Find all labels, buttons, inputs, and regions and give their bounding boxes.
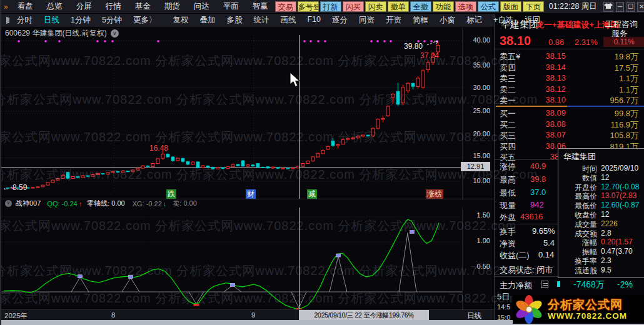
menu-item-8[interactable]: 智赢 <box>246 1 275 12</box>
order-level-label: 买三 <box>500 130 516 141</box>
toolbar-tool-0[interactable]: 复权 <box>167 15 194 26</box>
event-tag-rank[interactable]: 涨榜 <box>426 189 443 199</box>
info-value: 37.0 <box>530 188 546 197</box>
quick-button-5[interactable]: 撤单 <box>388 1 409 12</box>
maximize-button[interactable]: ☐ <box>626 2 635 12</box>
time-row-1: 14:5 <box>497 303 510 311</box>
order-book-row-ask[interactable]: 卖五¥38.1519.8万 <box>495 51 644 61</box>
event-tag-down[interactable]: 跌 <box>166 189 176 199</box>
info-label: 外盘 <box>500 212 516 223</box>
toolbar-view-0[interactable]: 分时 <box>11 15 38 26</box>
tooltip-value: 12 <box>601 210 609 219</box>
period-button[interactable]: 日线 <box>467 311 481 321</box>
event-tag-reduce[interactable]: 减 <box>307 189 317 199</box>
quick-button-2[interactable]: 打新 <box>320 1 341 12</box>
indicator-zero-value: 零轴线: 0.00 <box>87 199 125 208</box>
menu-item-1[interactable]: 总览 <box>40 1 69 12</box>
status-bar: 2025年89 2025/09/10/三 22 至今涨幅199.76% 日线 <box>1 309 494 320</box>
order-book-row-ask[interactable]: 卖一38.10956.7万 <box>495 95 644 105</box>
toolbar-tool-10[interactable]: 小窗 <box>434 15 461 26</box>
candle-body-up <box>191 162 194 164</box>
tool-items: 复权叠加多股统计画线F10逐分同资开资简框小窗标记+自选返回 <box>167 15 546 26</box>
chevron-down-icon[interactable]: ∨ <box>111 29 119 38</box>
signal-dot <box>390 40 392 42</box>
order-book-row-ask[interactable]: 卖四38.1417.5万 <box>495 62 644 72</box>
quick-button-6[interactable]: 全撤 <box>410 1 431 12</box>
indicator-chart[interactable] <box>1 208 462 309</box>
order-book-row-bid[interactable]: 买二38.08116.9万 <box>495 119 644 129</box>
candle-body-up <box>291 168 294 169</box>
order-book-row-ask[interactable]: 卖二38.121.1万 <box>495 84 644 94</box>
layout-icon[interactable] <box>6 17 8 24</box>
menu-item-0[interactable]: 看盘 <box>11 1 40 12</box>
toolbar-tool-5[interactable]: F10 <box>301 15 326 26</box>
toolbar-view-2[interactable]: 1分钟 <box>65 15 96 26</box>
toolbar-tool-6[interactable]: 逐分 <box>326 15 353 26</box>
menu-item-5[interactable]: 期货 <box>158 1 187 12</box>
quick-button-1[interactable]: 多号登 <box>298 1 319 12</box>
order-book-row-bid[interactable]: 买一38.0999.8万 <box>495 108 644 118</box>
buy-marker <box>231 283 235 286</box>
candle-body-down <box>331 141 335 146</box>
signal-dot <box>423 40 426 42</box>
order-level-label: 卖三 <box>500 73 516 84</box>
order-level-label: 买四 <box>500 141 516 152</box>
skin-icon[interactable] <box>603 2 613 12</box>
order-price: 38.09 <box>533 108 566 118</box>
price-tick: 10.00 <box>473 177 490 184</box>
candle-body-up <box>316 154 319 157</box>
toolbar-tool-4[interactable]: 画线 <box>274 15 301 26</box>
tooltip-row: 成交额2.8 <box>558 229 644 238</box>
quick-button-0[interactable]: 交易 <box>275 1 296 12</box>
main-candle-chart[interactable]: 16.4839.8037.24←-8.59 <box>1 28 462 199</box>
quick-button-7[interactable]: 功能 <box>433 1 454 12</box>
expander-icon[interactable]: » <box>1 2 11 11</box>
toolbar-view-1[interactable]: 日线 <box>38 15 65 26</box>
toolbar-tool-12[interactable]: +自选 <box>488 15 519 26</box>
candle-body-down <box>206 166 209 167</box>
menu-item-4[interactable]: 基金 <box>128 1 158 12</box>
menu-item-3[interactable]: 行情 <box>99 1 128 12</box>
info-label: 换手 <box>500 226 516 238</box>
quick-button-10[interactable]: 版面 <box>500 1 521 12</box>
order-book-row-bid[interactable]: 买三38.07105.8万 <box>495 130 644 140</box>
shirt-icon <box>604 2 613 9</box>
quick-button-4[interactable]: 闪卖 <box>365 1 386 12</box>
toolbar-tool-8[interactable]: 开资 <box>380 15 407 26</box>
candle-body-up <box>56 179 59 181</box>
indicator-name[interactable]: 战神007 <box>16 199 41 208</box>
quick-button-3[interactable]: 闪买 <box>343 1 364 12</box>
toolbar-tool-13[interactable]: 返回 <box>519 15 546 26</box>
toolbar-tool-1[interactable]: 叠加 <box>194 15 221 26</box>
main-flow-label[interactable]: 主力净额 <box>500 280 532 291</box>
up-arrow-icon: ↑ <box>79 200 83 208</box>
toolbar-tool-3[interactable]: 统计 <box>248 15 274 26</box>
menu-item-6[interactable]: 问达 <box>187 1 216 12</box>
candle-body-up <box>381 119 385 120</box>
toolbar-view-4[interactable]: 更多〉 <box>128 15 163 26</box>
signal-dot <box>376 40 379 42</box>
order-volume: 956.7万 <box>610 95 638 106</box>
close-button[interactable]: ✕ <box>637 2 644 12</box>
logo-title: 分析家公式网 <box>548 298 627 311</box>
quick-button-11[interactable]: 下页 <box>523 1 544 12</box>
toolbar-tool-11[interactable]: 标记 <box>461 15 488 26</box>
buy-marker <box>410 231 415 234</box>
order-level-label: 买一 <box>500 108 516 119</box>
candle-body-up <box>131 170 134 172</box>
toolbar-tool-9[interactable]: 简框 <box>407 15 434 26</box>
toolbar-view-3[interactable]: 5分钟 <box>96 15 128 26</box>
list-icon[interactable] <box>541 281 548 288</box>
candle-body-down <box>266 167 269 168</box>
minimize-button[interactable]: ─ <box>616 2 624 12</box>
toolbar-tool-2[interactable]: 多股 <box>221 15 248 26</box>
menu-item-2[interactable]: 分屏 <box>69 1 99 12</box>
collapse-icon[interactable]: ∨ <box>5 200 12 207</box>
order-book-row-ask[interactable]: 卖三38.131.1万 <box>495 73 644 83</box>
event-tag-finance[interactable]: 财 <box>246 189 256 199</box>
candle-body-up <box>426 62 430 69</box>
menu-item-7[interactable]: 平面 <box>216 1 246 12</box>
quick-button-8[interactable]: 选项 <box>455 1 476 12</box>
toolbar-tool-7[interactable]: 同资 <box>353 15 380 26</box>
quick-button-9[interactable]: 公式 <box>478 1 499 12</box>
